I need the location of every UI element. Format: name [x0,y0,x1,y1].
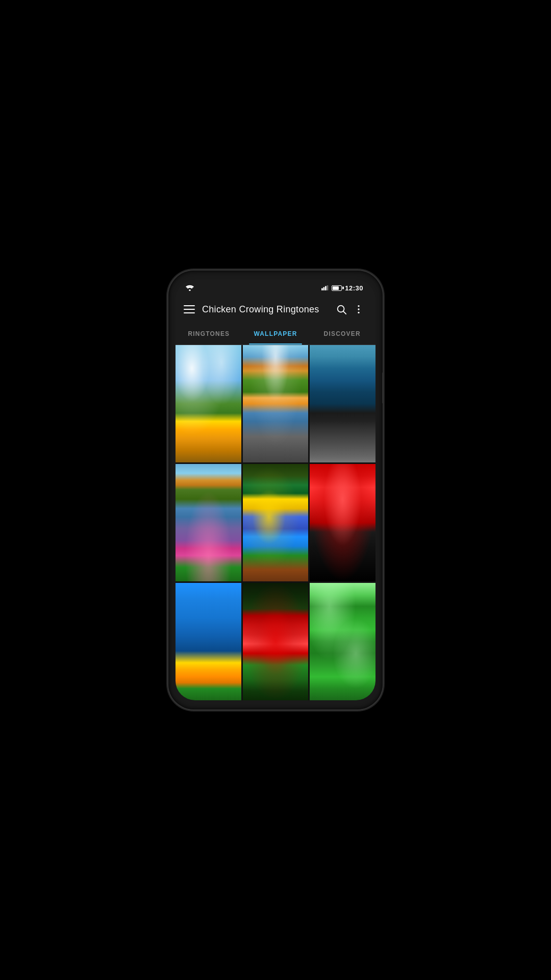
tab-bar: RINGTONES WALLPAPER DISCOVER [176,323,375,345]
tab-discover[interactable]: DISCOVER [309,323,375,345]
wallpaper-cell-5[interactable] [243,464,309,581]
wallpaper-cell-2[interactable] [243,345,309,462]
svg-point-7 [358,305,359,307]
svg-rect-2 [323,287,325,290]
hamburger-menu-icon[interactable] [184,305,195,313]
wallpaper-cell-1[interactable] [176,345,241,462]
svg-rect-3 [325,286,327,290]
status-time: 12:30 [345,284,363,292]
status-left [186,285,194,291]
wallpaper-cell-6[interactable] [310,464,375,581]
tab-ringtones[interactable]: RINGTONES [176,323,242,345]
svg-point-9 [358,312,359,313]
svg-point-8 [358,308,359,310]
wallpaper-grid [176,345,375,700]
status-bar: 12:30 [176,280,375,296]
search-icon [336,304,347,315]
power-button [382,373,383,403]
wifi-icon [186,285,194,291]
svg-point-0 [189,289,190,291]
more-icon [353,304,364,315]
svg-line-6 [343,311,346,314]
search-button[interactable] [333,301,350,318]
phone-screen: 12:30 Chicken Crowing Ringtones [176,280,375,700]
status-right: 12:30 [321,284,363,292]
wallpaper-cell-9[interactable] [310,583,375,700]
wallpaper-cell-3[interactable] [310,345,375,462]
app-bar: Chicken Crowing Ringtones [176,296,375,323]
app-title: Chicken Crowing Ringtones [202,304,333,315]
phone-frame: 12:30 Chicken Crowing Ringtones [168,271,383,709]
wallpaper-cell-4[interactable] [176,464,241,581]
more-options-button[interactable] [350,301,367,318]
svg-rect-1 [321,288,323,290]
wallpaper-cell-8[interactable] [243,583,309,700]
wallpaper-cell-7[interactable] [176,583,241,700]
signal-icon [321,285,329,291]
svg-rect-4 [327,285,329,290]
tab-wallpaper[interactable]: WALLPAPER [242,323,309,345]
battery-icon [332,285,342,291]
